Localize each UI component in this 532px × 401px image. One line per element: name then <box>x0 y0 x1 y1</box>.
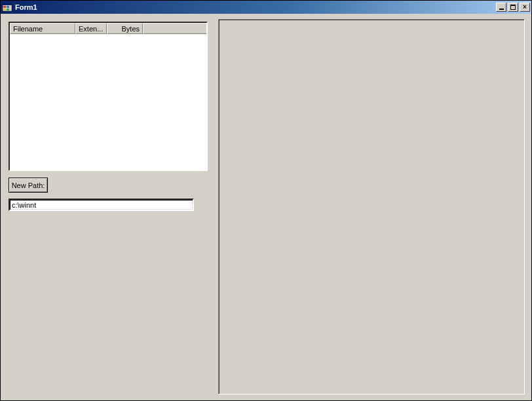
new-path-button[interactable]: New Path: <box>9 178 48 193</box>
svg-rect-3 <box>7 6 9 8</box>
column-label: Bytes <box>121 25 140 33</box>
title-bar[interactable]: Form1 × <box>1 1 531 14</box>
svg-rect-4 <box>3 9 6 10</box>
column-header-filler <box>143 23 206 34</box>
window-control-buttons: × <box>495 3 530 12</box>
minimize-button[interactable] <box>496 3 506 12</box>
button-label: New Path: <box>12 181 45 189</box>
listview-body[interactable] <box>10 34 206 170</box>
column-label: Filename <box>13 25 43 33</box>
client-area: Filename Exten... Bytes New Path: <box>1 14 531 400</box>
svg-rect-2 <box>3 6 6 8</box>
app-icon <box>2 2 12 12</box>
column-label: Exten... <box>79 25 103 33</box>
maximize-button[interactable] <box>508 3 518 12</box>
window-title: Form1 <box>15 3 495 11</box>
file-listview[interactable]: Filename Exten... Bytes <box>9 22 208 171</box>
app-window: Form1 × Filename Exten... Bytes <box>0 0 532 401</box>
column-header-extension[interactable]: Exten... <box>75 23 107 34</box>
close-button[interactable]: × <box>520 3 530 12</box>
listview-header-row: Filename Exten... Bytes <box>10 23 206 34</box>
svg-rect-5 <box>7 9 9 10</box>
preview-panel <box>218 19 525 394</box>
path-input[interactable] <box>9 199 194 211</box>
svg-rect-1 <box>3 4 12 5</box>
column-header-bytes[interactable]: Bytes <box>107 23 143 34</box>
column-header-filename[interactable]: Filename <box>10 23 75 34</box>
